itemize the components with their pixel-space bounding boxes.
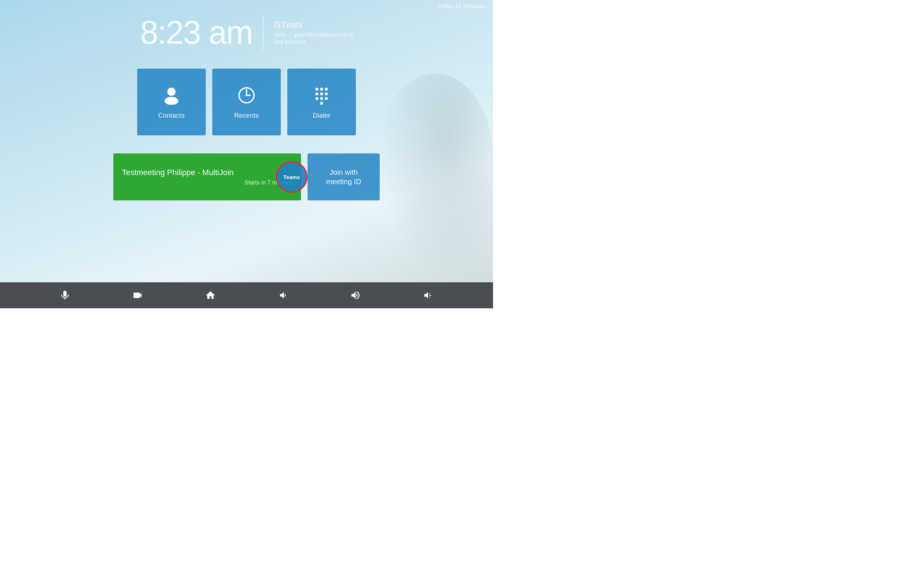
svg-point-14 (325, 97, 328, 100)
contacts-tile[interactable]: Contacts (137, 68, 206, 135)
svg-point-5 (245, 94, 247, 96)
svg-point-12 (316, 97, 318, 100)
meeting-tile[interactable]: Testmeeting Philippe - MultiJoin Starts … (113, 153, 301, 200)
svg-point-11 (325, 93, 328, 95)
join-meeting-tile[interactable]: Join withmeeting ID (308, 153, 380, 200)
volume-down-button[interactable] (278, 290, 288, 300)
contacts-label: Contacts (158, 112, 185, 120)
camera-button[interactable] (132, 290, 143, 301)
main-tiles: Contacts Recents (137, 68, 356, 135)
svg-point-13 (320, 97, 323, 100)
recents-label: Recents (234, 112, 259, 120)
dialer-label: Dialer (313, 112, 331, 120)
svg-point-8 (325, 88, 328, 91)
dialer-icon (311, 84, 332, 106)
volume-up-button[interactable] (423, 290, 433, 300)
date-display: Friday 14 February (438, 3, 486, 9)
meeting-countdown: Starts in 7 minutes (122, 179, 292, 186)
svg-point-15 (320, 102, 323, 105)
device-phone: 043 2050784 (274, 39, 353, 45)
toolbar (0, 283, 493, 308)
dialer-tile[interactable]: Dialer (287, 68, 356, 135)
join-meeting-label: Join withmeeting ID (321, 167, 367, 186)
svg-point-0 (167, 88, 176, 96)
clock-display: 8:23 am (140, 16, 263, 49)
device-info: GTmini 3003 | gtmini@collabcom.call.sl 0… (274, 20, 353, 45)
svg-point-7 (320, 88, 323, 91)
contacts-icon (160, 84, 182, 106)
speaker-button[interactable] (350, 290, 361, 301)
device-ext: 3003 | gtmini@collabcom.call.sl (274, 31, 353, 37)
recents-icon (236, 84, 257, 106)
recents-tile[interactable]: Recents (212, 68, 281, 135)
svg-point-10 (320, 93, 323, 95)
svg-point-9 (316, 93, 318, 95)
svg-point-1 (165, 97, 178, 105)
microphone-button[interactable] (60, 290, 70, 300)
divider (263, 15, 264, 50)
device-name: GTmini (274, 20, 353, 30)
teams-circle-badge: Teams (276, 161, 308, 193)
action-row: Testmeeting Philippe - MultiJoin Starts … (113, 153, 380, 200)
home-button[interactable] (205, 290, 216, 301)
svg-point-6 (316, 88, 318, 91)
meeting-title: Testmeeting Philippe - MultiJoin (122, 168, 292, 177)
